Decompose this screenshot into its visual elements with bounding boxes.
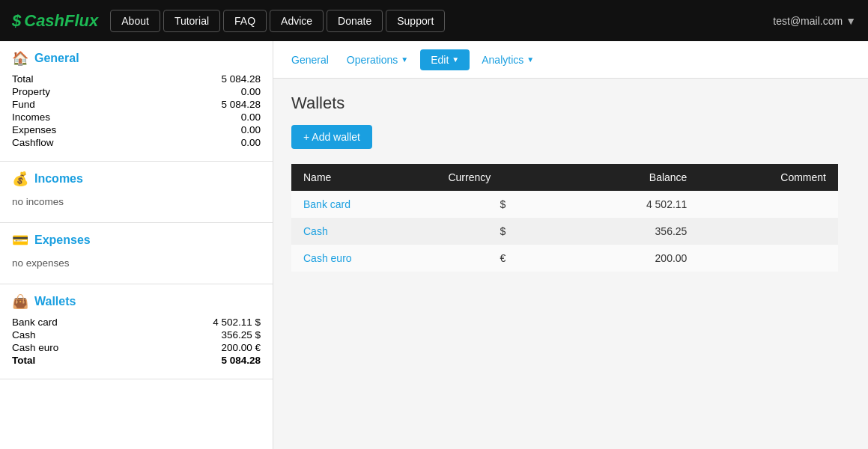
sidebar-cashflow-label: Cashflow: [12, 137, 54, 148]
table-row: Cash euro € 200.00: [291, 245, 838, 272]
sidebar-fund-row: Fund 5 084.28: [12, 98, 261, 111]
sidebar-expenses-row: Expenses 0.00: [12, 123, 261, 136]
sidebar-general-label: General: [34, 52, 79, 65]
sidebar-incomes-section: 💰 Incomes no incomes: [0, 162, 273, 223]
main-layout: 🏠 General Total 5 084.28 Property 0.00 F…: [0, 41, 868, 449]
sidebar-casheuro-value: 200.00 €: [221, 342, 261, 353]
topbar-edit-label: Edit: [431, 54, 449, 66]
wallet-comment-cell: [699, 191, 838, 218]
table-row: Bank card $ 4 502.11: [291, 191, 838, 218]
wallet-currency-cell: $: [436, 218, 569, 245]
brand-logo[interactable]: $ CashFlux: [12, 11, 98, 31]
topbar-general[interactable]: General: [285, 51, 335, 69]
content-area: General Operations ▼ Edit ▼ Analytics ▼ …: [273, 41, 868, 449]
col-comment: Comment: [699, 164, 838, 191]
sidebar-cashflow-value: 0.00: [241, 137, 261, 148]
sidebar-total-row: Total 5 084.28: [12, 73, 261, 85]
sidebar-wallets-total-value: 5 084.28: [221, 355, 261, 366]
col-balance: Balance: [569, 164, 699, 191]
edit-caret-icon: ▼: [452, 55, 459, 64]
wallets-icon: 👜: [12, 293, 28, 310]
analytics-caret-icon: ▼: [526, 55, 534, 64]
wallets-table: Name Currency Balance Comment Bank card …: [291, 164, 838, 272]
sidebar-wallets-section-label: Wallets: [34, 295, 76, 308]
wallet-balance-cell: 356.25: [569, 218, 699, 245]
nav-support[interactable]: Support: [386, 10, 445, 32]
wallet-currency-cell: $: [436, 191, 569, 218]
wallets-page-title: Wallets: [291, 94, 850, 113]
sidebar-expenses-label: Expenses: [12, 124, 56, 135]
expenses-icon: 💳: [12, 232, 28, 248]
sidebar-wallets-total-label: Total: [12, 355, 35, 366]
wallet-name-cell[interactable]: Cash: [291, 218, 436, 245]
wallet-currency-cell: €: [436, 245, 569, 272]
nav-about[interactable]: About: [110, 10, 160, 32]
sidebar-bankcard-value: 4 502.11 $: [213, 317, 261, 328]
table-header-row: Name Currency Balance Comment: [291, 164, 838, 191]
wallet-balance-cell: 200.00: [569, 245, 699, 272]
navbar-left: $ CashFlux About Tutorial FAQ Advice Don…: [12, 10, 445, 32]
content-topbar: General Operations ▼ Edit ▼ Analytics ▼: [273, 41, 868, 79]
brand-name: CashFlux: [24, 11, 98, 31]
topbar-analytics-label: Analytics: [482, 54, 523, 66]
sidebar-total-label: Total: [12, 73, 34, 85]
wallet-name-cell[interactable]: Bank card: [291, 191, 436, 218]
home-icon: 🏠: [12, 50, 28, 67]
sidebar-property-value: 0.00: [241, 86, 261, 97]
sidebar-incomes-title: 💰 Incomes: [12, 171, 261, 187]
sidebar-wallets-total-row: Total 5 084.28: [12, 354, 261, 367]
sidebar-cashflow-row: Cashflow 0.00: [12, 136, 261, 149]
user-caret-icon: ▼: [846, 15, 856, 27]
sidebar-property-label: Property: [12, 86, 50, 97]
sidebar-bankcard-row: Bank card 4 502.11 $: [12, 316, 261, 329]
sidebar-general-section: 🏠 General Total 5 084.28 Property 0.00 F…: [0, 41, 273, 162]
sidebar-expenses-section-label: Expenses: [34, 233, 91, 247]
nav-links: About Tutorial FAQ Advice Donate Support: [110, 10, 445, 32]
topbar-edit[interactable]: Edit ▼: [420, 49, 470, 70]
user-email: test@mail.com: [773, 15, 843, 27]
sidebar-fund-value: 5 084.28: [221, 99, 261, 110]
sidebar-total-value: 5 084.28: [221, 73, 261, 85]
topbar-analytics[interactable]: Analytics ▼: [476, 51, 540, 69]
incomes-icon: 💰: [12, 171, 28, 187]
add-wallet-button[interactable]: + Add wallet: [291, 125, 372, 149]
sidebar-wallets-title: 👜 Wallets: [12, 293, 261, 310]
sidebar-incomes-empty: no incomes: [12, 193, 261, 210]
nav-advice[interactable]: Advice: [270, 10, 324, 32]
col-name: Name: [291, 164, 436, 191]
sidebar-incomes-value: 0.00: [241, 112, 261, 123]
col-currency: Currency: [436, 164, 569, 191]
nav-tutorial[interactable]: Tutorial: [163, 10, 220, 32]
topbar-operations[interactable]: Operations ▼: [341, 51, 414, 69]
sidebar-cash-value: 356.25 $: [221, 329, 261, 340]
sidebar-property-row: Property 0.00: [12, 85, 261, 98]
sidebar-casheuro-row: Cash euro 200.00 €: [12, 341, 261, 354]
sidebar-expenses-title: 💳 Expenses: [12, 232, 261, 248]
sidebar-expenses-value: 0.00: [241, 124, 261, 135]
wallet-name-cell[interactable]: Cash euro: [291, 245, 436, 272]
sidebar-expenses-section: 💳 Expenses no expenses: [0, 223, 273, 284]
sidebar-casheuro-label: Cash euro: [12, 342, 58, 353]
wallet-comment-cell: [699, 218, 838, 245]
nav-faq[interactable]: FAQ: [223, 10, 267, 32]
nav-donate[interactable]: Donate: [327, 10, 383, 32]
sidebar-cash-row: Cash 356.25 $: [12, 329, 261, 341]
brand-dollar: $: [12, 11, 21, 31]
sidebar-expenses-empty: no expenses: [12, 254, 261, 272]
sidebar-fund-label: Fund: [12, 99, 35, 110]
table-row: Cash $ 356.25: [291, 218, 838, 245]
wallet-comment-cell: [699, 245, 838, 272]
operations-caret-icon: ▼: [401, 55, 408, 64]
content-body: Wallets + Add wallet Name Currency Balan…: [273, 79, 868, 449]
sidebar-incomes-section-label: Incomes: [34, 172, 83, 186]
navbar: $ CashFlux About Tutorial FAQ Advice Don…: [0, 0, 868, 41]
sidebar-bankcard-label: Bank card: [12, 317, 58, 328]
sidebar-wallets-section: 👜 Wallets Bank card 4 502.11 $ Cash 356.…: [0, 284, 273, 379]
topbar-operations-label: Operations: [347, 54, 398, 66]
sidebar-cash-label: Cash: [12, 329, 36, 340]
sidebar-incomes-row: Incomes 0.00: [12, 111, 261, 123]
user-menu[interactable]: test@mail.com ▼: [773, 15, 856, 27]
wallet-balance-cell: 4 502.11: [569, 191, 699, 218]
sidebar: 🏠 General Total 5 084.28 Property 0.00 F…: [0, 41, 273, 449]
sidebar-general-title: 🏠 General: [12, 50, 261, 67]
